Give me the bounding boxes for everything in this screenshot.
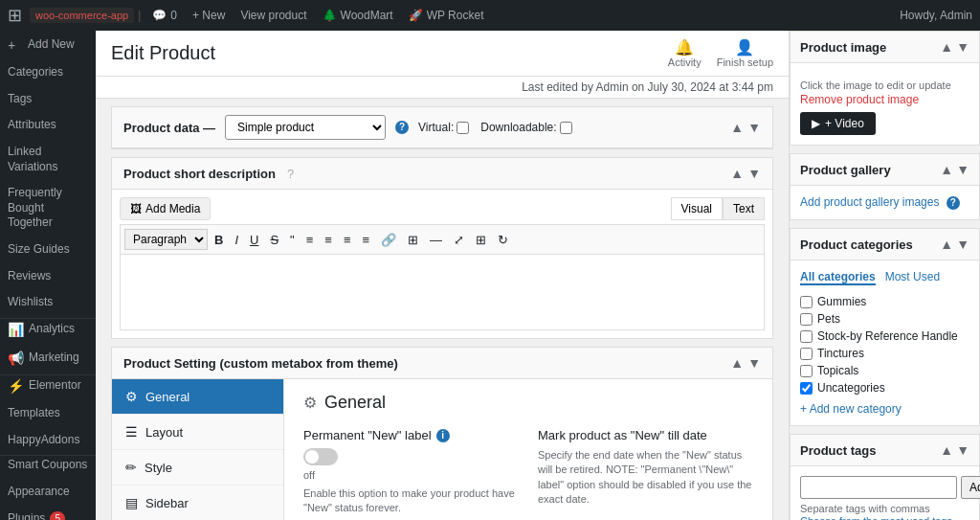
product-type-help-icon[interactable]: ? (395, 121, 409, 134)
add-gallery-images-link[interactable]: Add product gallery images (800, 195, 943, 209)
sidebar-item-frequently-bought[interactable]: Frequently Bought Together (0, 180, 96, 237)
paragraph-select[interactable]: Paragraph Heading 1 Heading 2 Heading 3 (124, 229, 208, 250)
all-categories-tab[interactable]: All categories (800, 270, 876, 285)
short-desc-up-icon[interactable]: ▲ (730, 166, 744, 181)
short-description-header: Product short description ? ▲ ▼ (112, 158, 772, 190)
sidebar-item-elementor[interactable]: ⚡ Elementor (0, 374, 96, 400)
category-tinctures: Tinctures (800, 345, 969, 362)
category-tinctures-checkbox[interactable] (800, 348, 813, 360)
visual-view-button[interactable]: Visual (671, 197, 723, 220)
woodmart-link[interactable]: 🌲 WoodMart (315, 9, 401, 22)
align-justify-button[interactable]: ≡ (357, 230, 374, 250)
finish-setup-button[interactable]: 👤 Finish setup (717, 38, 773, 68)
tags-input[interactable] (800, 476, 957, 499)
comment-count[interactable]: 💬 0 (145, 9, 185, 22)
add-new-category-link[interactable]: + Add new category (800, 402, 969, 416)
sidebar-item-happyaddons[interactable]: HappyAddons (0, 427, 96, 454)
align-center-button[interactable]: ≡ (320, 230, 337, 250)
add-video-button[interactable]: ▶ + Video (800, 112, 876, 135)
product-tags-down-icon[interactable]: ▼ (956, 442, 969, 458)
most-used-tab[interactable]: Most Used (885, 270, 940, 285)
permanent-new-toggle[interactable] (303, 448, 338, 465)
bold-button[interactable]: B (210, 230, 228, 250)
text-view-button[interactable]: Text (723, 197, 765, 220)
sidebar-item-size-guides[interactable]: Size Guides (0, 237, 96, 263)
product-setting-up-icon[interactable]: ▲ (730, 355, 744, 371)
wp-rocket-link[interactable]: 🚀 WP Rocket (401, 9, 492, 22)
sidebar-item-plugins[interactable]: Plugins 5 (0, 506, 96, 520)
sidebar-item-categories[interactable]: Categories (0, 59, 96, 86)
expand-button[interactable]: ⊞ (471, 230, 491, 250)
new-item-button[interactable]: + New (185, 9, 233, 22)
sidebar-item-smart-coupons[interactable]: Smart Coupons (0, 455, 96, 479)
virtual-checkbox[interactable] (457, 122, 469, 134)
category-topicals-checkbox[interactable] (800, 365, 813, 377)
product-gallery-up-icon[interactable]: ▲ (940, 162, 953, 177)
downloadable-label: Downloadable: (480, 121, 571, 134)
setting-sidebar-item-layout[interactable]: ☰ Layout (112, 415, 283, 450)
product-tags-section: Product tags ▲ ▼ Add Separate tags with … (790, 434, 980, 520)
product-categories-section: Product categories ▲ ▼ All categories Mo… (790, 228, 980, 426)
short-desc-down-icon[interactable]: ▼ (747, 166, 761, 181)
product-setting-controls: ▲ ▼ (730, 355, 761, 371)
category-gummies-checkbox[interactable] (800, 296, 813, 308)
setting-sidebar-item-sidebar[interactable]: ▤ Sidebar (112, 486, 283, 520)
setting-sidebar-item-general[interactable]: ⚙ General (112, 379, 283, 415)
product-gallery-down-icon[interactable]: ▼ (956, 162, 969, 177)
sidebar-item-tags[interactable]: Tags (0, 86, 96, 113)
sidebar-item-linked-variations[interactable]: Linked Variations (0, 139, 96, 180)
add-media-button[interactable]: 🖼 Add Media (120, 197, 211, 220)
product-setting-down-icon[interactable]: ▼ (747, 355, 761, 371)
kitchen-sink-button[interactable]: ↻ (493, 230, 513, 250)
comment-icon: 💬 (152, 9, 167, 22)
more-button[interactable]: — (425, 230, 447, 250)
sidebar-item-reviews[interactable]: Reviews (0, 263, 96, 290)
product-image-up-icon[interactable]: ▲ (940, 39, 953, 55)
activity-button[interactable]: 🔔 Activity (668, 38, 702, 68)
sidebar-item-appearance[interactable]: Appearance (0, 479, 96, 506)
sidebar-item-attributes[interactable]: Attributes (0, 112, 96, 139)
category-stock-checkbox[interactable] (800, 330, 813, 343)
strikethrough-button[interactable]: S (265, 230, 283, 250)
sidebar-item-wishlists[interactable]: Wishlists (0, 289, 96, 316)
sidebar-item-analytics[interactable]: 📊 Analytics (0, 318, 96, 344)
table-button[interactable]: ⊞ (403, 230, 423, 250)
gallery-help-icon[interactable]: ? (947, 196, 960, 210)
short-description-help-icon[interactable]: ? (287, 167, 294, 181)
sidebar-item-templates[interactable]: Templates (0, 400, 96, 427)
editor-content[interactable] (120, 254, 765, 330)
product-categories-up-icon[interactable]: ▲ (940, 237, 953, 252)
category-pets-checkbox[interactable] (800, 313, 813, 326)
collapse-down-icon[interactable]: ▼ (747, 120, 761, 135)
tags-add-button[interactable]: Add (961, 476, 980, 499)
setting-sidebar-item-style[interactable]: ✏ Style (112, 450, 283, 486)
link-button[interactable]: 🔗 (376, 230, 401, 250)
remove-product-image-link[interactable]: Remove product image (800, 93, 969, 106)
sidebar-item-add-new[interactable]: + Add New (0, 31, 96, 59)
fullscreen-button[interactable]: ⤢ (449, 230, 469, 250)
category-gummies: Gummies (800, 293, 969, 310)
product-type-select[interactable]: Simple product Variable product Grouped … (225, 115, 386, 140)
analytics-icon: 📊 (8, 321, 24, 338)
collapse-up-icon[interactable]: ▲ (730, 120, 744, 135)
blockquote-button[interactable]: " (285, 230, 300, 250)
short-description-title: Product short description (123, 167, 276, 181)
underline-button[interactable]: U (245, 230, 263, 250)
short-desc-controls: ▲ ▼ (730, 166, 761, 181)
choose-tags-link[interactable]: Choose from the most used tags (800, 515, 952, 520)
align-right-button[interactable]: ≡ (339, 230, 356, 250)
permanent-new-field: Permanent "New" label i off Enable this … (303, 428, 519, 516)
product-image-down-icon[interactable]: ▼ (956, 39, 969, 55)
category-uncategories-checkbox[interactable] (800, 382, 813, 395)
downloadable-checkbox[interactable] (560, 122, 572, 134)
align-left-button[interactable]: ≡ (301, 230, 319, 250)
product-categories-down-icon[interactable]: ▼ (956, 237, 969, 252)
italic-button[interactable]: I (230, 230, 243, 250)
product-tags-up-icon[interactable]: ▲ (940, 442, 953, 458)
product-gallery-header: Product gallery ▲ ▼ (791, 154, 979, 186)
permanent-new-help-icon[interactable]: i (436, 429, 450, 442)
view-product-link[interactable]: View product (233, 9, 314, 22)
sidebar-item-marketing[interactable]: 📢 Marketing (0, 344, 96, 373)
site-name[interactable]: woo-commerce-app (30, 8, 134, 23)
product-data-bar: Product data — Simple product Variable p… (112, 107, 772, 148)
